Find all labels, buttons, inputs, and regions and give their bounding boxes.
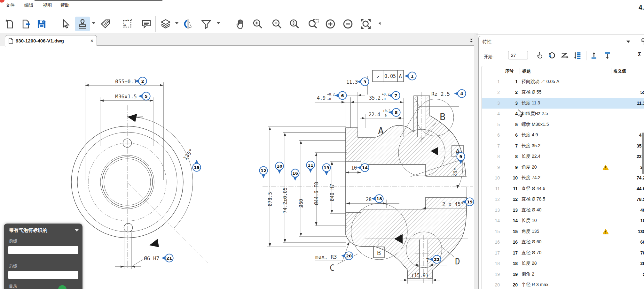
menu-view[interactable]: 视图 xyxy=(43,3,52,8)
tools-divider xyxy=(532,51,532,60)
balloon-16[interactable]: 16 xyxy=(291,169,299,181)
layers-button[interactable] xyxy=(159,17,172,31)
zoom-out-button[interactable] xyxy=(271,17,283,31)
balloon-1[interactable]: 1 xyxy=(404,72,416,80)
table-row[interactable]: 1616直径 Ø 6060 xyxy=(482,237,644,248)
balloon-3[interactable]: 3 xyxy=(357,78,369,86)
table-row[interactable]: 88长度 22.422.4 xyxy=(482,151,644,162)
col-title[interactable]: 标题 xyxy=(520,68,600,74)
stamp-dropdown-caret[interactable] xyxy=(92,22,95,24)
table-row[interactable]: 1515角度 135135 xyxy=(482,226,644,237)
balloon-4[interactable]: 4 xyxy=(454,90,466,98)
row-warning-cell xyxy=(600,229,611,234)
table-row[interactable]: 1919倒角 22 xyxy=(482,269,644,280)
row-title: 长度 11.3 xyxy=(520,100,600,106)
toolbar-collapse-caret[interactable] xyxy=(379,22,381,25)
balloon-10[interactable]: 10 xyxy=(276,162,284,174)
balloon-6[interactable]: 6 xyxy=(335,92,347,100)
table-row[interactable]: 22直径 Ø 5555 xyxy=(482,87,644,98)
zoom-dynamic-button[interactable] xyxy=(288,17,301,31)
move-to-bottom-button[interactable] xyxy=(602,50,613,61)
balloon-20[interactable]: 20 xyxy=(341,252,353,260)
balloon-11[interactable]: 11 xyxy=(307,161,315,173)
table-row[interactable]: 33长度 11.311.3 xyxy=(482,98,644,109)
canvas-collapse-button[interactable] xyxy=(469,38,474,44)
new-file-icon xyxy=(4,19,15,29)
balloon-13[interactable]: 13 xyxy=(323,164,331,176)
svg-text:20: 20 xyxy=(346,254,352,258)
balloon-12[interactable]: 12 xyxy=(260,167,268,179)
table-row[interactable]: 66长度 4.94.9 xyxy=(482,130,644,141)
zoom-window-button[interactable] xyxy=(307,17,320,31)
select-cursor-button[interactable] xyxy=(59,17,72,31)
move-to-top-button[interactable] xyxy=(589,50,600,61)
table-row[interactable]: 11径向跳动 ↗ 0.05 A xyxy=(482,76,644,87)
table-scrollbar-thumb[interactable] xyxy=(642,133,644,174)
dim-224: 22.4 xyxy=(369,112,380,118)
col-nominal[interactable]: 名义值 xyxy=(611,68,644,74)
open-file-button[interactable] xyxy=(20,17,33,31)
pin-icon[interactable] xyxy=(640,38,644,47)
zoom-extents-button[interactable] xyxy=(359,17,372,31)
filter-button[interactable] xyxy=(200,17,213,31)
table-row[interactable]: 1010长度 74.274.2 xyxy=(482,173,644,184)
stamp-icon xyxy=(77,18,88,30)
pan-button[interactable] xyxy=(234,17,247,31)
table-row[interactable]: 44粗糙度Rz 2.5 xyxy=(482,109,644,119)
decrease-button[interactable] xyxy=(342,17,354,31)
dim-49: 4.9 xyxy=(317,95,326,101)
comment-icon xyxy=(141,19,152,29)
row-nominal-value: 44.6 xyxy=(611,186,644,191)
balloon-5[interactable]: 5 xyxy=(138,92,150,100)
tag-button[interactable] xyxy=(99,17,112,31)
sort-button[interactable] xyxy=(572,50,583,61)
window-close-dot[interactable] xyxy=(0,0,4,3)
table-row[interactable]: 1313直径 Ø 4040 xyxy=(482,205,644,216)
table-row[interactable]: 2020半径 R 3 max. xyxy=(482,280,644,289)
increase-button[interactable] xyxy=(324,17,337,31)
layers-dropdown-caret[interactable] xyxy=(175,22,178,24)
col-num[interactable]: 序号 xyxy=(502,68,520,74)
sum-button[interactable]: Σ xyxy=(638,51,641,58)
suffix-input[interactable] xyxy=(8,271,78,279)
balloon-7[interactable]: 7 xyxy=(388,92,400,100)
table-row[interactable]: 1414长度 1010 xyxy=(482,216,644,226)
prefix-input[interactable] xyxy=(8,246,78,254)
section-letter-d: D xyxy=(455,257,460,266)
row-title: 直径 Ø 40 xyxy=(520,207,600,213)
row-balloon-number: 7 xyxy=(502,143,520,148)
menu-help[interactable]: 帮助 xyxy=(60,3,69,8)
mirror-button[interactable] xyxy=(182,17,194,31)
menu-edit[interactable]: 编辑 xyxy=(24,3,33,8)
balloon-21[interactable]: 21 xyxy=(161,254,173,262)
row-nominal-value: 11.3 xyxy=(611,101,644,106)
start-number-input[interactable] xyxy=(508,51,528,59)
tab-close-button[interactable]: × xyxy=(90,38,93,43)
zoom-in-button[interactable] xyxy=(251,17,264,31)
dim-chamfer: 2 x 45° xyxy=(442,201,464,207)
balloon-stamp-button[interactable] xyxy=(75,17,90,31)
dim-28: 28 xyxy=(366,197,372,202)
filter-dropdown-caret[interactable] xyxy=(217,22,220,24)
row-nominal-value: 4.9 xyxy=(611,133,644,138)
section-letter-c: C xyxy=(330,263,335,273)
table-row[interactable]: 1717直径 Ø 7070 xyxy=(482,247,644,258)
renumber-path-button[interactable] xyxy=(559,50,570,61)
new-file-button[interactable] xyxy=(3,17,16,31)
table-row[interactable]: 55螺纹 M36x1.5 xyxy=(482,119,644,130)
table-row[interactable]: 77长度 35.235.2 xyxy=(482,141,644,151)
pick-balloon-button[interactable] xyxy=(534,50,545,61)
balloon-panel-collapse-caret[interactable] xyxy=(75,229,79,232)
balloon-15[interactable]: 15 xyxy=(193,160,201,171)
renumber-rotate-button[interactable] xyxy=(546,50,557,61)
area-select-button[interactable]: A1 xyxy=(121,17,134,31)
table-row[interactable]: 1818长度 2828 xyxy=(482,258,644,269)
table-row[interactable]: 99角度 2020 xyxy=(482,162,644,173)
table-row[interactable]: 1111直径 Ø 44.644.6 xyxy=(482,183,644,194)
comment-button[interactable] xyxy=(140,17,153,31)
properties-collapse-caret[interactable] xyxy=(626,41,630,43)
menu-file[interactable]: 文件 xyxy=(6,3,15,8)
tab-drawing[interactable]: 930-1200-406-V1.dwg × xyxy=(5,35,97,46)
save-button[interactable] xyxy=(35,17,48,31)
table-row[interactable]: 1212直径 Ø 78.578.5 xyxy=(482,194,644,205)
